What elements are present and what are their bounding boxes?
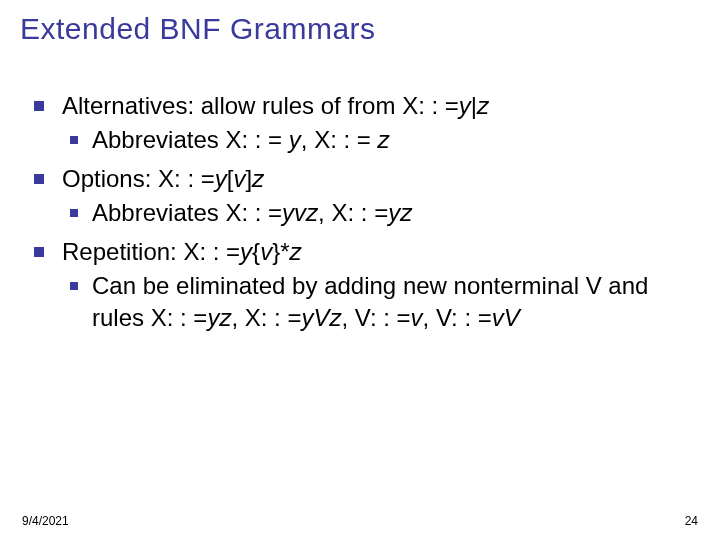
slide: Extended BNF Grammars Alternatives: allo… bbox=[0, 0, 720, 540]
text: Abbreviates bbox=[92, 199, 225, 226]
r4-val: vV bbox=[492, 304, 520, 331]
text: Options: bbox=[62, 165, 158, 192]
r2-pre: X: : = bbox=[245, 304, 302, 331]
r1-val: yz bbox=[207, 304, 231, 331]
footer-date: 9/4/2021 bbox=[22, 514, 69, 528]
r1-pre: X: : = bbox=[225, 199, 282, 226]
bullet-options: Options: X: : =y[v]z Abbreviates X: : =y… bbox=[28, 163, 692, 230]
r1-pre: X: : = bbox=[151, 304, 208, 331]
r4-pre: V: : = bbox=[436, 304, 492, 331]
rule-y: y bbox=[215, 165, 227, 192]
text: Can be eliminated by adding new nontermi… bbox=[92, 272, 586, 299]
rule-v: v bbox=[260, 238, 272, 265]
nonterminal-v: V bbox=[586, 272, 602, 299]
rule-pre: X: : = bbox=[402, 92, 459, 119]
rule-pre: X: : = bbox=[158, 165, 215, 192]
sub-list: Abbreviates X: : = y, X: : = z bbox=[62, 124, 692, 156]
rule-rbrace: }* bbox=[272, 238, 289, 265]
rule-lbrace: { bbox=[252, 238, 260, 265]
rule-y: y bbox=[240, 238, 252, 265]
bullet-list: Alternatives: allow rules of from X: : =… bbox=[28, 90, 692, 335]
r1-pre: X: : = bbox=[225, 126, 288, 153]
sep: , bbox=[318, 199, 331, 226]
r2-pre: X: : = bbox=[314, 126, 377, 153]
sep: , bbox=[231, 304, 244, 331]
sub-list: Abbreviates X: : =yvz, X: : =yz bbox=[62, 197, 692, 229]
rule-pre: X: : = bbox=[183, 238, 240, 265]
sep: , bbox=[301, 126, 314, 153]
slide-title: Extended BNF Grammars bbox=[20, 12, 376, 46]
footer-page-number: 24 bbox=[685, 514, 698, 528]
sep: , bbox=[423, 304, 436, 331]
rule-z: z bbox=[252, 165, 264, 192]
slide-body: Alternatives: allow rules of from X: : =… bbox=[28, 90, 692, 341]
bullet-alternatives: Alternatives: allow rules of from X: : =… bbox=[28, 90, 692, 157]
sep: , bbox=[341, 304, 354, 331]
text: Abbreviates bbox=[92, 126, 225, 153]
rule-v: v bbox=[233, 165, 245, 192]
sub-abbreviates: Abbreviates X: : =yvz, X: : =yz bbox=[62, 197, 692, 229]
rule-y: y bbox=[459, 92, 471, 119]
r3-pre: V: : = bbox=[355, 304, 411, 331]
r2-val: yz bbox=[388, 199, 412, 226]
r1-val: yvz bbox=[282, 199, 318, 226]
text: Alternatives: allow rules of from bbox=[62, 92, 402, 119]
sub-abbreviates: Abbreviates X: : = y, X: : = z bbox=[62, 124, 692, 156]
bullet-repetition: Repetition: X: : =y{v}*z Can be eliminat… bbox=[28, 236, 692, 335]
r1-val: y bbox=[289, 126, 301, 153]
rule-z: z bbox=[289, 238, 301, 265]
text: Repetition: bbox=[62, 238, 183, 265]
rule-z: z bbox=[477, 92, 489, 119]
r2-val: z bbox=[378, 126, 390, 153]
r3-val: v bbox=[411, 304, 423, 331]
r2-pre: X: : = bbox=[331, 199, 388, 226]
r2-val: yVz bbox=[301, 304, 341, 331]
sub-eliminated: Can be eliminated by adding new nontermi… bbox=[62, 270, 692, 335]
sub-list: Can be eliminated by adding new nontermi… bbox=[62, 270, 692, 335]
